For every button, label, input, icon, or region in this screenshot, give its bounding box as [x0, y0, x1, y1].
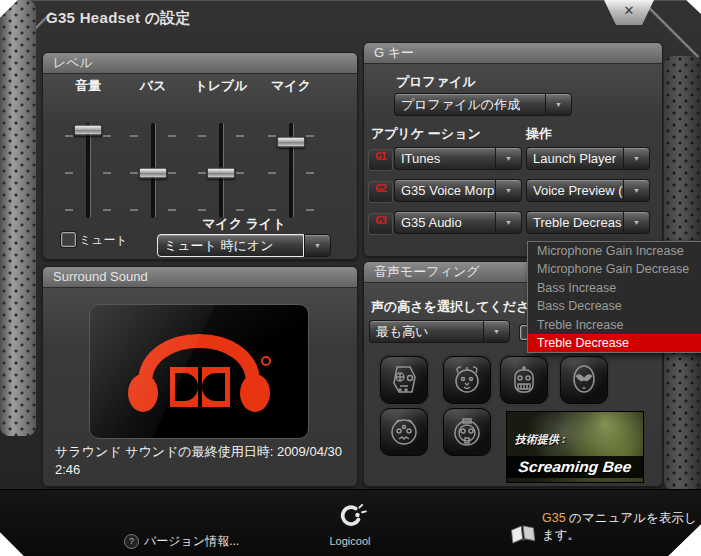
- morph-troll-button[interactable]: [380, 408, 428, 456]
- mic-slider-track[interactable]: [289, 123, 294, 218]
- slider-ticks: [65, 123, 73, 218]
- credit-brand: Screaming Bee: [506, 456, 644, 478]
- logicool-icon: [333, 502, 367, 530]
- morph-cyborg-button[interactable]: [380, 356, 428, 404]
- morph-alien-button[interactable]: [560, 356, 608, 404]
- volume-slider: 音量: [56, 77, 120, 237]
- mic-light-label: マイク ライト: [157, 215, 331, 233]
- gkey-panel: G キー プロファイル プロファイルの作成 ▼ アプリケ ーション 操作 G1 …: [363, 42, 663, 257]
- bass-slider-thumb[interactable]: [139, 168, 167, 179]
- slider-ticks: [306, 123, 314, 218]
- close-button[interactable]: ✕: [604, 0, 654, 25]
- g1-operation-value[interactable]: Launch Player: [526, 147, 623, 170]
- credit-label: 技術提供 :: [515, 432, 566, 447]
- slider-ticks: [198, 123, 206, 218]
- mic-light-dropdown[interactable]: ミュート 時にオン ▼: [157, 234, 331, 257]
- treble-slider-track[interactable]: [219, 123, 224, 218]
- volume-slider-label: 音量: [56, 77, 120, 95]
- app-window: G35 Headset の設定 ✕ レベル 音量 バス: [0, 0, 701, 556]
- chevron-down-icon[interactable]: ▼: [623, 211, 650, 234]
- pitch-dropdown-value[interactable]: 最も高い: [369, 320, 483, 343]
- version-info-link[interactable]: ? バージョン情報...: [124, 533, 239, 550]
- pitch-dropdown[interactable]: 最も高い ▼: [369, 320, 510, 343]
- profile-dropdown[interactable]: プロファイルの作成 ▼: [394, 93, 572, 116]
- mic-slider-thumb[interactable]: [277, 137, 305, 148]
- mute-checkbox-label: ミュート: [79, 232, 128, 249]
- morph-lion-button[interactable]: [443, 356, 491, 404]
- manual-line2: ます。: [542, 528, 580, 542]
- slider-ticks: [236, 123, 244, 218]
- operation-column-label: 操作: [526, 125, 552, 143]
- version-info-label: バージョン情報...: [144, 533, 239, 550]
- book-icon: [509, 523, 537, 546]
- surround-last-used-time: 2:46: [55, 462, 80, 477]
- lion-face-icon: [449, 362, 485, 398]
- chevron-down-icon[interactable]: ▼: [304, 234, 331, 257]
- menu-item-bass-decrease[interactable]: Bass Decrease: [528, 297, 701, 315]
- profile-label: プロファイル: [396, 73, 476, 91]
- gkey-panel-title: G キー: [364, 43, 662, 64]
- menu-item-microphone-gain-decrease[interactable]: Microphone Gain Decrease: [528, 260, 701, 278]
- morph-ogre-button[interactable]: [500, 356, 548, 404]
- g2-application-value[interactable]: G35 Voice Morph: [394, 179, 495, 202]
- menu-item-treble-increase[interactable]: Treble Increase: [528, 316, 701, 334]
- g2-key-badge: G2: [368, 181, 393, 203]
- level-panel: レベル 音量 バス トレブル: [42, 52, 358, 260]
- surround-last-used: サラウンド サウンドの最終使用日時: 2009/04/30 2:46: [55, 443, 351, 479]
- volume-slider-thumb[interactable]: [74, 124, 102, 135]
- level-panel-title: レベル: [43, 53, 357, 74]
- close-icon: ✕: [624, 3, 635, 18]
- g2-operation-dropdown[interactable]: Voice Preview ( ▼: [526, 179, 650, 202]
- menu-item-treble-decrease[interactable]: Treble Decrease: [528, 334, 701, 352]
- treble-slider-thumb[interactable]: [207, 168, 235, 179]
- g3-operation-value[interactable]: Treble Decreas: [526, 211, 623, 234]
- surround-panel-title: Surround Sound: [43, 267, 357, 288]
- screaming-bee-image: 技術提供 : Screaming Bee: [506, 411, 644, 483]
- chevron-down-icon[interactable]: ▼: [483, 320, 510, 343]
- surround-last-used-label: サラウンド サウンドの最終使用日時:: [55, 444, 273, 459]
- manual-line1: のマニュアルを表示し: [566, 511, 697, 525]
- g2-operation-value[interactable]: Voice Preview (: [526, 179, 623, 202]
- manual-product: G35: [542, 511, 566, 525]
- menu-item-microphone-gain-increase[interactable]: Microphone Gain Increase: [528, 242, 701, 260]
- g3-key-badge: G3: [368, 213, 393, 235]
- slider-ticks: [268, 123, 276, 218]
- chevron-down-icon[interactable]: ▼: [495, 147, 522, 170]
- g1-operation-dropdown[interactable]: Launch Player ▼: [526, 147, 650, 170]
- profile-dropdown-value[interactable]: プロファイルの作成: [394, 93, 545, 116]
- menu-item-bass-increase[interactable]: Bass Increase: [528, 279, 701, 297]
- mic-slider-label: マイク: [259, 77, 323, 95]
- bass-slider-track[interactable]: [151, 123, 156, 218]
- slider-ticks: [168, 123, 176, 218]
- g3-application-dropdown[interactable]: G35 Audio ▼: [394, 211, 522, 234]
- logicool-wordmark: Logicool: [318, 535, 382, 547]
- morph-mask-button[interactable]: [443, 408, 491, 456]
- chevron-down-icon[interactable]: ▼: [495, 179, 522, 202]
- application-column-label: アプリケ ーション: [371, 125, 481, 143]
- g1-key-badge: G1: [368, 149, 393, 171]
- g3-application-value[interactable]: G35 Audio: [394, 211, 495, 234]
- operation-dropdown-menu: Microphone Gain Increase Microphone Gain…: [527, 241, 701, 353]
- manual-link[interactable]: G35 のマニュアルを表示し ます。: [510, 510, 696, 544]
- treble-slider-label: トレブル: [189, 77, 253, 95]
- g1-application-value[interactable]: ITunes: [394, 147, 495, 170]
- surround-last-used-date: 2009/04/30: [277, 444, 342, 459]
- window-background: G35 Headset の設定 ✕ レベル 音量 バス: [0, 0, 701, 556]
- g2-application-dropdown[interactable]: G35 Voice Morph ▼: [394, 179, 522, 202]
- volume-slider-track[interactable]: [86, 123, 91, 218]
- mute-checkbox[interactable]: [61, 232, 76, 247]
- manual-link-text: G35 のマニュアルを表示し ます。: [542, 510, 696, 544]
- g3-operation-dropdown[interactable]: Treble Decreas ▼: [526, 211, 650, 234]
- dolby-headphone-icon: [90, 305, 308, 438]
- left-grille-decoration: [0, 0, 36, 436]
- mic-light-dropdown-value[interactable]: ミュート 時にオン: [157, 234, 304, 257]
- chevron-down-icon[interactable]: ▼: [623, 147, 650, 170]
- ogre-face-icon: [506, 362, 542, 398]
- chevron-down-icon[interactable]: ▼: [545, 93, 572, 116]
- bass-slider-label: バス: [121, 77, 185, 95]
- pitch-select-label: 声の高さを選択してください: [371, 298, 543, 316]
- chevron-down-icon[interactable]: ▼: [495, 211, 522, 234]
- slider-ticks: [130, 123, 138, 218]
- g1-application-dropdown[interactable]: ITunes ▼: [394, 147, 522, 170]
- chevron-down-icon[interactable]: ▼: [623, 179, 650, 202]
